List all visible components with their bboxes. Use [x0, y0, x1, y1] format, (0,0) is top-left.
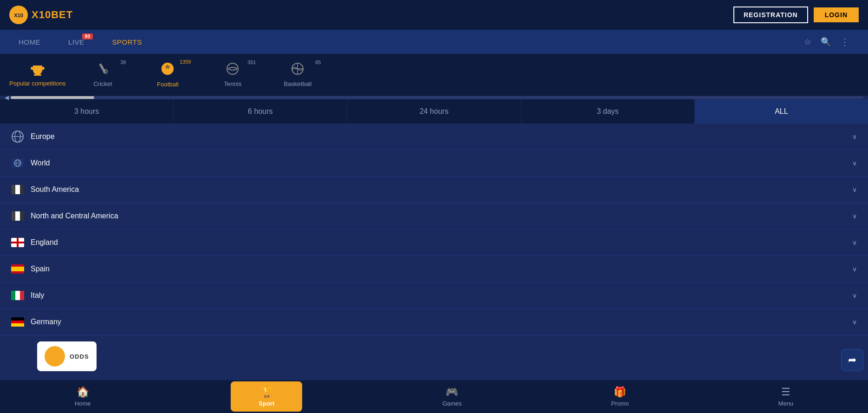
- bottom-nav-promo[interactable]: 🎁 Promo: [602, 382, 638, 411]
- svg-rect-30: [20, 291, 24, 300]
- home-icon: 🏠: [77, 386, 89, 398]
- region-england[interactable]: England ∨: [0, 229, 868, 256]
- spain-chevron: ∨: [852, 265, 857, 273]
- south-america-chevron: ∨: [852, 186, 857, 193]
- chat-icon: ➦: [848, 354, 856, 366]
- header: X10 X10BET REGISTRATION LOGIN: [0, 0, 868, 30]
- tennis-count: 361: [247, 59, 256, 65]
- svg-rect-29: [11, 291, 15, 300]
- filter-3h[interactable]: 3 hours: [0, 99, 174, 124]
- favorites-icon[interactable]: ☆: [804, 37, 811, 47]
- svg-rect-19: [15, 185, 20, 194]
- logo-icon: X10: [9, 6, 28, 24]
- search-icon[interactable]: 🔍: [821, 37, 831, 47]
- logo[interactable]: X10 X10BET: [9, 6, 73, 24]
- logo-text: X10BET: [32, 9, 73, 21]
- cricket-label: Cricket: [93, 80, 112, 87]
- england-chevron: ∨: [852, 239, 857, 246]
- football-icon: [161, 62, 175, 79]
- filter-all[interactable]: ALL: [695, 99, 868, 124]
- region-europe[interactable]: Europe ∨: [0, 124, 868, 150]
- nav-home[interactable]: HOME: [19, 31, 40, 53]
- scrollbar-track[interactable]: ◀: [0, 96, 868, 99]
- menu-icon: ☰: [781, 386, 790, 398]
- scrollbar-rail[interactable]: [11, 96, 863, 99]
- world-flag: [11, 158, 24, 168]
- home-label: Home: [75, 400, 91, 407]
- sport-cat-popular[interactable]: Popular competitions: [5, 59, 70, 91]
- region-list: Europe ∨ World ∨ South America ∨: [0, 124, 868, 335]
- menu-label: Menu: [778, 400, 794, 407]
- nav-right-icons: ☆ 🔍 ⋮: [804, 36, 849, 47]
- region-world[interactable]: World ∨: [0, 150, 868, 177]
- odds-label: ODDS: [70, 353, 89, 360]
- popular-label: Popular competitions: [9, 80, 65, 87]
- promo-icon: 🎁: [614, 386, 626, 398]
- trophy-icon: [31, 63, 45, 80]
- svg-rect-27: [11, 267, 24, 271]
- bottom-nav-games[interactable]: 🎮 Games: [433, 382, 471, 411]
- spain-flag: [11, 264, 24, 274]
- filter-3d[interactable]: 3 days: [521, 99, 695, 124]
- football-label: Football: [157, 81, 178, 88]
- sport-cat-football[interactable]: 1359 Football: [135, 58, 200, 92]
- sport-cat-cricket[interactable]: 38 Cricket: [70, 59, 135, 91]
- promo-label: Promo: [611, 400, 629, 407]
- england-flag: [11, 238, 24, 247]
- bottom-nav-sport[interactable]: 🏆 Sport: [231, 381, 302, 412]
- games-label: Games: [442, 400, 462, 407]
- sport-icon: 🏆: [260, 386, 273, 398]
- sport-cat-basketball[interactable]: 65 Basketball: [265, 59, 330, 91]
- football-count: 1359: [180, 59, 191, 65]
- north-america-flag: [11, 211, 24, 221]
- region-north-central-america[interactable]: North and Central America ∨: [0, 203, 868, 229]
- odds-circle-icon: [45, 346, 65, 367]
- cricket-count: 38: [120, 59, 126, 65]
- svg-text:X10: X10: [14, 13, 23, 18]
- scrollbar-thumb[interactable]: [11, 96, 94, 99]
- registration-button[interactable]: REGISTRATION: [733, 7, 808, 23]
- spain-name: Spain: [31, 265, 846, 273]
- basketball-icon: [291, 62, 304, 79]
- odds-popup[interactable]: ODDS: [37, 341, 97, 371]
- tennis-label: Tennis: [224, 80, 242, 87]
- bottom-nav-home[interactable]: 🏠 Home: [65, 382, 100, 411]
- north-central-america-name: North and Central America: [31, 212, 846, 220]
- italy-name: Italy: [31, 291, 846, 300]
- south-america-name: South America: [31, 185, 846, 194]
- svg-rect-4: [99, 63, 106, 73]
- italy-chevron: ∨: [852, 292, 857, 299]
- svg-rect-22: [15, 211, 20, 221]
- filter-6h[interactable]: 6 hours: [174, 99, 347, 124]
- more-options-icon[interactable]: ⋮: [840, 36, 849, 47]
- basketball-label: Basketball: [284, 80, 311, 87]
- nav-live[interactable]: LIVE 90: [68, 31, 84, 53]
- world-name: World: [31, 159, 846, 167]
- italy-flag: [11, 291, 24, 300]
- sport-categories: Popular competitions 38 Cricket 1359 Foo…: [0, 54, 868, 96]
- region-south-america[interactable]: South America ∨: [0, 177, 868, 203]
- sport-cat-tennis[interactable]: 361 Tennis: [200, 59, 265, 91]
- login-button[interactable]: LOGIN: [814, 7, 859, 22]
- nav-sports[interactable]: SPORTS: [112, 31, 142, 53]
- bottom-nav-menu[interactable]: ☰ Menu: [769, 382, 803, 411]
- germany-flag: [11, 317, 24, 327]
- germany-name: Germany: [31, 318, 846, 326]
- header-buttons: REGISTRATION LOGIN: [733, 7, 859, 23]
- south-america-flag: [11, 185, 24, 194]
- region-italy[interactable]: Italy ∨: [0, 282, 868, 309]
- cricket-icon: [96, 62, 109, 79]
- england-name: England: [31, 238, 846, 247]
- europe-chevron: ∨: [852, 133, 857, 140]
- europe-flag: [11, 132, 24, 141]
- svg-rect-33: [11, 323, 24, 327]
- games-icon: 🎮: [446, 386, 458, 398]
- bottom-nav: 🏠 Home 🏆 Sport 🎮 Games 🎁 Promo ☰ Menu: [0, 380, 868, 413]
- region-spain[interactable]: Spain ∨: [0, 256, 868, 282]
- live-badge: 90: [82, 33, 92, 39]
- filter-24h[interactable]: 24 hours: [347, 99, 521, 124]
- sport-label: Sport: [259, 400, 274, 407]
- chat-button[interactable]: ➦: [841, 349, 863, 371]
- time-filters: 3 hours 6 hours 24 hours 3 days ALL: [0, 99, 868, 124]
- region-germany[interactable]: Germany ∨: [0, 309, 868, 335]
